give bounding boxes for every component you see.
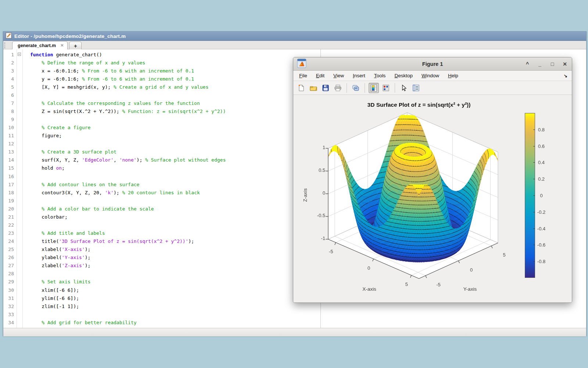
code-line[interactable]: 13 % Create a 3D surface plot	[3, 148, 320, 156]
code-line[interactable]: 7 % Calculate the corresponding z values…	[3, 99, 320, 107]
fold-gutter	[17, 310, 23, 318]
token-plain: hold	[30, 165, 56, 171]
shade-button[interactable]: ^	[524, 61, 531, 67]
line-number: 23	[3, 230, 17, 236]
code-line[interactable]: 24 title('3D Surface Plot of z = sin(sqr…	[3, 237, 320, 245]
line-number: 24	[3, 238, 17, 244]
token-plain: title(	[30, 238, 59, 244]
token-comment: % Define the range of x and y values	[30, 60, 145, 66]
fold-gutter	[17, 164, 23, 172]
menu-desktop[interactable]: Desktop	[394, 73, 413, 78]
fold-gutter	[17, 124, 23, 132]
line-number: 14	[3, 157, 17, 163]
print-button[interactable]	[333, 83, 343, 93]
code-line[interactable]: 17 % Add contour lines on the surface	[3, 180, 320, 188]
line-number: 28	[3, 271, 17, 276]
fold-gutter	[17, 67, 23, 75]
code-line[interactable]: 21 colorbar;	[3, 213, 320, 221]
code-line[interactable]: 27 zlabel('Z-axis');	[3, 262, 320, 270]
open-folder-button[interactable]	[308, 83, 319, 93]
code-line[interactable]: 34 % Add grid for better readability	[3, 318, 320, 326]
token-plain: );	[85, 255, 91, 260]
code-line[interactable]: 14 surf(X, Y, Z, 'EdgeColor', 'none'); %…	[3, 156, 320, 164]
code-line[interactable]: 16	[3, 172, 320, 180]
line-number: 7	[3, 100, 17, 106]
insert-legend-button[interactable]	[411, 83, 421, 93]
line-number: 17	[3, 182, 17, 187]
menu-tools[interactable]: Tools	[374, 73, 386, 78]
code-line[interactable]: 15 hold on;	[3, 164, 320, 172]
code-line[interactable]: 30 xlim([-6 6]);	[3, 286, 320, 294]
menu-file[interactable]: File	[299, 73, 307, 78]
code-line[interactable]: 9	[3, 116, 320, 124]
code-line[interactable]: 1−function generate_chart()	[3, 50, 320, 59]
menu-edit[interactable]: Edit	[316, 73, 325, 78]
code-line[interactable]: 19	[3, 197, 320, 205]
fold-gutter	[17, 172, 23, 180]
minimize-button[interactable]: _	[537, 61, 543, 67]
code-line[interactable]: 28	[3, 270, 320, 278]
code-line[interactable]: 18 contour3(X, Y, Z, 20, 'k'); % 20 cont…	[3, 188, 320, 197]
fold-gutter	[17, 286, 23, 294]
tab-close-icon[interactable]: ✕	[60, 43, 64, 48]
fold-gutter	[17, 229, 23, 237]
pointer-button[interactable]	[399, 83, 409, 93]
code-line[interactable]: 8 Z = sin(sqrt(X.^2 + Y.^2)); % Function…	[3, 107, 320, 115]
code-line[interactable]: 3 x = -6:0.1:6; % From -6 to 6 with an i…	[3, 67, 320, 75]
code-line[interactable]: 4 y = -6:0.1:6; % From -6 to 6 with an i…	[3, 75, 320, 83]
token-plain: );	[85, 247, 91, 252]
menu-view[interactable]: View	[333, 73, 344, 78]
menu-insert[interactable]: Insert	[353, 73, 365, 78]
dock-figure-arrow-icon[interactable]: ↘	[564, 73, 567, 78]
code-line[interactable]: 32 zlim([-1 1]);	[3, 302, 320, 310]
code-line[interactable]: 25 xlabel('X-axis');	[3, 245, 320, 254]
fold-toggle-icon[interactable]: −	[18, 53, 21, 56]
code-line[interactable]: 31 ylim([-6 6]);	[3, 294, 320, 302]
fold-gutter	[17, 302, 23, 310]
fold-gutter	[17, 180, 23, 188]
code-line[interactable]: 2 % Define the range of x and y values	[3, 59, 320, 67]
code-text: % Define the range of x and y values	[23, 60, 145, 66]
fold-gutter	[17, 213, 23, 221]
token-comment: % Create a 3D surface plot	[30, 149, 116, 155]
token-plain: y = -6:0.1:6;	[30, 76, 82, 82]
code-line[interactable]: 5 [X, Y] = meshgrid(x, y); % Create a gr…	[3, 83, 320, 91]
insert-colorbar-button[interactable]	[369, 83, 379, 93]
fold-gutter	[17, 156, 23, 164]
code-text: % Set axis limits	[23, 279, 90, 284]
fold-gutter	[17, 245, 23, 254]
new-file-button[interactable]	[296, 83, 306, 93]
maximize-button[interactable]: □	[549, 61, 556, 67]
token-plain: zlim([-1 1]);	[30, 304, 79, 309]
code-text: % Add title and labels	[23, 230, 105, 236]
code-line[interactable]: 11 figure;	[3, 132, 320, 140]
code-line[interactable]: 29 % Set axis limits	[3, 278, 320, 286]
code-line[interactable]: 20 % Add a color bar to indicate the sca…	[3, 205, 320, 213]
fold-gutter	[17, 188, 23, 197]
figure-window: Figure 1 ^_□✕ FileEditViewInsertToolsDes…	[293, 57, 572, 303]
edit-colormap-button[interactable]	[381, 83, 391, 93]
token-string: 'none'	[119, 157, 137, 163]
editor-titlebar: Editor - /puhome/hpcdemo2/generate_chart…	[3, 32, 586, 41]
figure-titlebar[interactable]: Figure 1 ^_□✕	[293, 57, 572, 71]
code-line[interactable]: 12	[3, 140, 320, 148]
line-number: 1	[3, 52, 17, 57]
save-button[interactable]	[320, 83, 331, 93]
open-folder-icon	[309, 84, 318, 92]
tab-generate-chart[interactable]: generate_chart.m ✕	[12, 41, 68, 49]
fold-gutter	[17, 205, 23, 213]
code-line[interactable]: 22	[3, 221, 320, 229]
menu-help[interactable]: Help	[448, 73, 458, 78]
code-line[interactable]: 23 % Add title and labels	[3, 229, 320, 237]
code-line[interactable]: 33	[3, 310, 320, 318]
close-button[interactable]: ✕	[562, 61, 568, 67]
code-text: xlim([-6 6]);	[23, 287, 79, 293]
line-number: 18	[3, 190, 17, 195]
copy-figure-button[interactable]	[351, 83, 361, 93]
code-line[interactable]: 26 ylabel('Y-axis');	[3, 254, 320, 262]
code-line[interactable]: 10 % Create a figure	[3, 124, 320, 132]
new-tab-button[interactable]: +	[69, 42, 82, 49]
fold-gutter	[17, 270, 23, 278]
code-line[interactable]: 6	[3, 91, 320, 99]
menu-window[interactable]: Window	[422, 73, 439, 78]
